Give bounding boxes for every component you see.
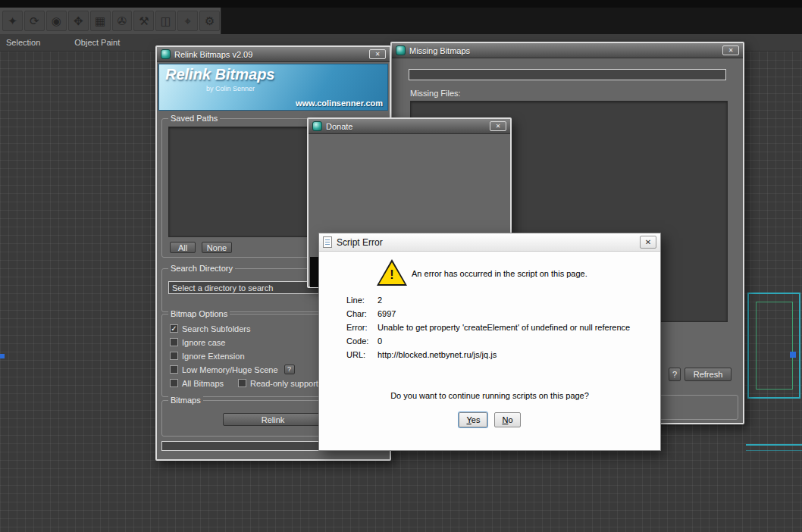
saved-paths-label: Saved Paths: [168, 114, 220, 123]
option-label: Ignore case: [182, 338, 225, 347]
error-field-row: Code: 0: [319, 336, 654, 347]
dialog-buttons: Yes No: [319, 412, 660, 427]
script-error-dialog: Script Error ! An error has occurred in …: [318, 233, 661, 451]
field-label: Code:: [346, 336, 368, 346]
checkbox-low-memory[interactable]: [170, 365, 178, 374]
yes-button[interactable]: Yes: [459, 412, 487, 427]
field-label: URL:: [346, 350, 365, 359]
field-value: 6997: [378, 309, 396, 318]
max-logo-icon: [161, 49, 171, 59]
close-icon[interactable]: [640, 236, 656, 249]
option-row: Ignore Extension: [170, 351, 245, 361]
checkbox-read-only[interactable]: [238, 379, 246, 387]
banner-url[interactable]: www.colinsenner.com: [296, 99, 383, 108]
error-field-row: Char: 6997: [319, 309, 654, 320]
option-row: Ignore case: [170, 337, 225, 347]
relink-button[interactable]: Relink: [223, 413, 323, 426]
warning-icon: !: [377, 259, 407, 287]
checkbox-search-subfolders[interactable]: [170, 324, 178, 333]
refresh-button[interactable]: Refresh: [685, 368, 732, 381]
bitmap-options-label: Bitmap Options: [168, 309, 230, 318]
missing-files-label: Missing Files:: [410, 89, 461, 98]
script-page-icon: [323, 236, 332, 248]
dialog-title: Relink Bitmaps v2.09: [174, 50, 365, 59]
option-label: Low Memory/Huge Scene: [182, 365, 278, 374]
field-label: Char:: [346, 309, 367, 318]
no-button[interactable]: No: [494, 412, 520, 427]
field-label: Error:: [346, 323, 368, 332]
option-label: All Bitmaps: [182, 379, 224, 388]
move-icon[interactable]: ✥: [68, 11, 89, 31]
banner-title: Relink Bitmaps: [165, 66, 274, 83]
script-error-titlebar[interactable]: Script Error: [319, 233, 660, 252]
dialog-title: Missing Bitmaps: [409, 46, 719, 55]
field-value: 2: [378, 296, 382, 305]
low-memory-help-button[interactable]: ?: [284, 365, 295, 374]
icon-glyph: ◉: [52, 14, 61, 27]
relink-titlebar[interactable]: Relink Bitmaps v2.09: [157, 47, 390, 62]
icon-glyph: ⚙: [205, 14, 215, 27]
icon-glyph: ▦: [95, 14, 105, 27]
mirror-icon[interactable]: ◫: [155, 11, 176, 31]
error-message: An error has occurred in the script on t…: [412, 269, 587, 278]
target-icon[interactable]: ⌖: [177, 11, 198, 31]
donate-titlebar[interactable]: Donate: [309, 119, 510, 134]
max-logo-icon: [396, 45, 406, 55]
dialog-title: Script Error: [337, 237, 635, 248]
icon-glyph: ◫: [161, 14, 171, 27]
wireframe-rect-inner: [756, 302, 793, 390]
field-value: http://blocked.netbynet.ru/js/jq.js: [378, 350, 497, 359]
selection-handle[interactable]: [0, 354, 5, 358]
tab-selection[interactable]: Selection: [6, 38, 40, 47]
option-label: Read-only support: [250, 379, 318, 388]
help-button[interactable]: ?: [669, 368, 681, 381]
icon-glyph: ✦: [8, 14, 17, 27]
option-row: All Bitmaps Read-only support: [170, 378, 318, 388]
error-field-row: Error: Unable to get property 'createEle…: [319, 323, 654, 333]
banner-subtitle: by Colin Senner: [206, 85, 255, 92]
link-icon[interactable]: ⚒: [133, 11, 154, 31]
option-label: Search Subfolders: [182, 324, 251, 333]
search-directory-label: Search Directory: [168, 264, 235, 273]
relink-banner: Relink Bitmaps by Colin Senner www.colin…: [158, 64, 388, 111]
option-row: Low Memory/Huge Scene ?: [170, 365, 295, 374]
missing-bitmaps-titlebar[interactable]: Missing Bitmaps: [392, 43, 743, 58]
app-screen: ✦ ⟳ ◉ ✥ ▦ ✇ ⚒ ◫ ⌖ ⚙ Selection Object Pai…: [0, 0, 802, 532]
sphere-icon[interactable]: ◉: [46, 11, 67, 31]
bitmaps-label: Bitmaps: [168, 396, 203, 405]
grid-array-icon[interactable]: ▦: [90, 11, 111, 31]
icon-glyph: ✥: [74, 14, 83, 27]
option-label: Ignore Extension: [182, 352, 245, 361]
icon-glyph: ⌖: [184, 14, 190, 27]
field-label: Line:: [346, 296, 365, 305]
wireframe-line: [746, 444, 802, 446]
light-icon[interactable]: ⚙: [199, 11, 220, 31]
none-button[interactable]: None: [202, 242, 232, 253]
close-icon[interactable]: [369, 49, 386, 59]
checkbox-ignore-case[interactable]: [170, 338, 178, 346]
wireframe-line: [746, 450, 802, 451]
warning-exclamation: !: [377, 268, 407, 282]
missing-progress-bar: [409, 69, 726, 80]
field-value: 0: [378, 336, 382, 346]
max-logo-icon: [312, 121, 322, 131]
tab-object-paint[interactable]: Object Paint: [74, 38, 120, 47]
icon-glyph: ✇: [117, 14, 127, 27]
continue-question: Do you want to continue running scripts …: [319, 391, 660, 400]
checkbox-all-bitmaps[interactable]: [170, 379, 178, 387]
rotate-icon[interactable]: ⟳: [24, 11, 45, 31]
menu-strip: [0, 0, 802, 8]
select-figure-icon[interactable]: ✦: [2, 11, 23, 31]
close-icon[interactable]: [722, 45, 739, 55]
icon-glyph: ⚒: [139, 14, 149, 27]
main-toolbar: ✦ ⟳ ◉ ✥ ▦ ✇ ⚒ ◫ ⌖ ⚙: [0, 8, 221, 34]
all-button[interactable]: All: [170, 242, 196, 253]
selection-handle[interactable]: [790, 352, 796, 358]
field-value: Unable to get property 'createElement' o…: [378, 323, 630, 332]
option-row: Search Subfolders: [170, 324, 251, 333]
dialog-title: Donate: [326, 122, 486, 131]
close-icon[interactable]: [490, 121, 506, 131]
error-field-row: URL: http://blocked.netbynet.ru/js/jq.js: [319, 350, 654, 361]
checkbox-ignore-extension[interactable]: [170, 352, 178, 360]
film-icon[interactable]: ✇: [112, 11, 133, 31]
